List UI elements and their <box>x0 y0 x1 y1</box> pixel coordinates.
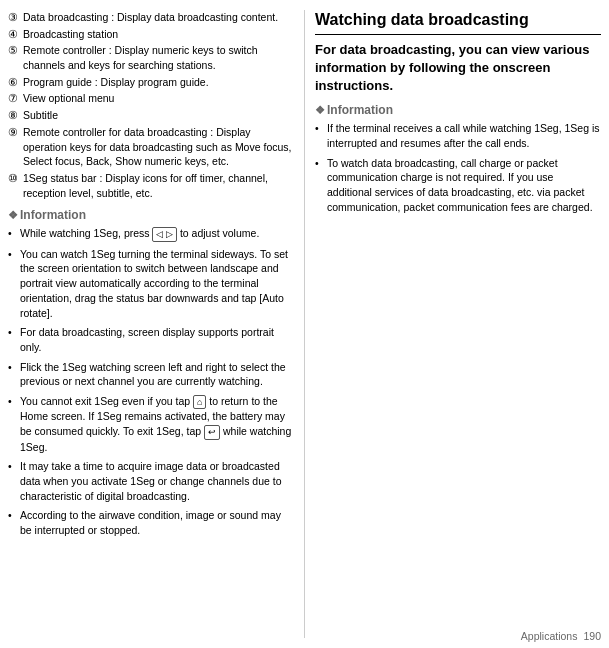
list-item-text: For data broadcasting, screen display su… <box>20 325 294 354</box>
list-num: ⑥ <box>8 75 20 90</box>
bullet-icon: • <box>8 394 16 409</box>
list-item-text: While watching 1Seg, press ◁ ▷ to adjust… <box>20 226 259 242</box>
list-item-text: Broadcasting station <box>23 27 118 42</box>
list-item-text: You can watch 1Seg turning the terminal … <box>20 247 294 320</box>
list-num: ⑤ <box>8 43 20 58</box>
footer-section-label: Applications <box>521 630 578 642</box>
list-item: ④ Broadcasting station <box>8 27 294 42</box>
list-item-text: Data broadcasting : Display data broadca… <box>23 10 278 25</box>
bullet-icon: • <box>8 325 16 340</box>
list-item: • To watch data broadcasting, call charg… <box>315 156 601 215</box>
bullet-icon: • <box>8 508 16 523</box>
bullet-icon: • <box>8 360 16 375</box>
list-num: ⑧ <box>8 108 20 123</box>
list-item-text: It may take a time to acquire image data… <box>20 459 294 503</box>
list-item: • For data broadcasting, screen display … <box>8 325 294 354</box>
list-item: • You can watch 1Seg turning the termina… <box>8 247 294 320</box>
left-info-list: • While watching 1Seg, press ◁ ▷ to adju… <box>8 226 294 538</box>
right-column: Watching data broadcasting For data broa… <box>305 10 601 638</box>
numbered-list: ③ Data broadcasting : Display data broad… <box>8 10 294 200</box>
list-item: • It may take a time to acquire image da… <box>8 459 294 503</box>
home-icon: ⌂ <box>193 395 206 410</box>
list-item: ⑥ Program guide : Display program guide. <box>8 75 294 90</box>
list-item-text: If the terminal receives a call while wa… <box>327 121 601 150</box>
list-num: ⑦ <box>8 91 20 106</box>
page-container: ③ Data broadcasting : Display data broad… <box>0 0 609 648</box>
list-item-text: Program guide : Display program guide. <box>23 75 209 90</box>
back-icon: ↩ <box>204 425 220 440</box>
list-num: ④ <box>8 27 20 42</box>
list-item-text: You cannot exit 1Seg even if you tap ⌂ t… <box>20 394 294 454</box>
list-num: ⑨ <box>8 125 20 140</box>
bullet-icon: • <box>8 226 16 241</box>
list-item: ⑧ Subtitle <box>8 108 294 123</box>
list-item: • If the terminal receives a call while … <box>315 121 601 150</box>
list-item-text: According to the airwave condition, imag… <box>20 508 294 537</box>
list-item: • According to the airwave condition, im… <box>8 508 294 537</box>
list-item: ⑨ Remote controller for data broadcastin… <box>8 125 294 169</box>
list-item-text: View optional menu <box>23 91 114 106</box>
bullet-icon: • <box>8 247 16 262</box>
section-intro: For data broadcasting, you can view vari… <box>315 41 601 96</box>
list-item-text: 1Seg status bar : Display icons for off … <box>23 171 294 200</box>
list-item-text: Remote controller : Display numeric keys… <box>23 43 294 72</box>
list-item: • Flick the 1Seg watching screen left an… <box>8 360 294 389</box>
bullet-icon: • <box>8 459 16 474</box>
list-item: ⑩ 1Seg status bar : Display icons for of… <box>8 171 294 200</box>
list-item: ⑤ Remote controller : Display numeric ke… <box>8 43 294 72</box>
list-item: • While watching 1Seg, press ◁ ▷ to adju… <box>8 226 294 242</box>
bullet-icon: • <box>315 121 323 136</box>
list-num: ③ <box>8 10 20 25</box>
list-num: ⑩ <box>8 171 20 186</box>
page-number: 190 <box>583 630 601 642</box>
list-item-text: To watch data broadcasting, call charge … <box>327 156 601 215</box>
page-footer: Applications 190 <box>521 630 601 642</box>
left-column: ③ Data broadcasting : Display data broad… <box>8 10 305 638</box>
list-item-text: Remote controller for data broadcasting … <box>23 125 294 169</box>
volume-icon: ◁ ▷ <box>152 227 177 242</box>
list-item-text: Subtitle <box>23 108 58 123</box>
right-info-list: • If the terminal receives a call while … <box>315 121 601 214</box>
list-item-text: Flick the 1Seg watching screen left and … <box>20 360 294 389</box>
right-info-heading: Information <box>315 103 601 117</box>
bullet-icon: • <box>315 156 323 171</box>
list-item: ③ Data broadcasting : Display data broad… <box>8 10 294 25</box>
list-item: ⑦ View optional menu <box>8 91 294 106</box>
section-title: Watching data broadcasting <box>315 10 601 35</box>
list-item: • You cannot exit 1Seg even if you tap ⌂… <box>8 394 294 454</box>
left-info-heading: Information <box>8 208 294 222</box>
